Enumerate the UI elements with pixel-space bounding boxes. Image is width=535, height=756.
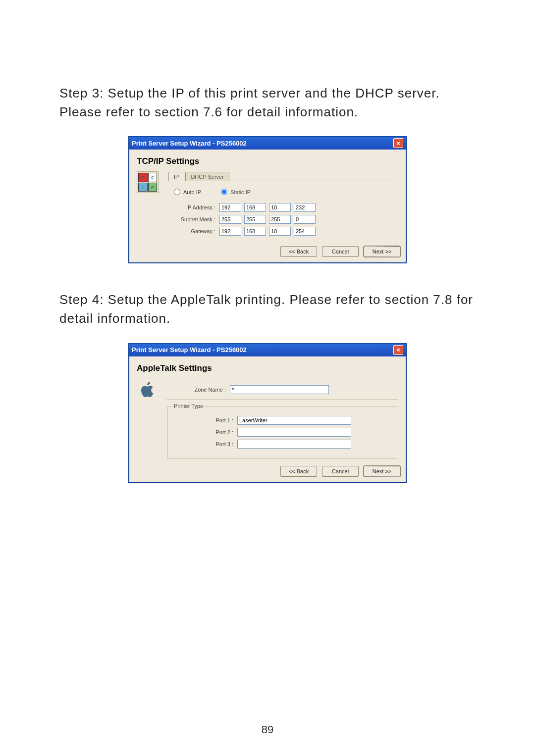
gateway-octet-2[interactable] [244,227,266,236]
apple-icon [137,378,159,400]
next-button-2[interactable]: Next >> [364,466,400,477]
page-number: 89 [0,723,535,736]
port2-label: Port 2 : [174,429,237,435]
cancel-button[interactable]: Cancel [322,246,359,257]
back-button-2[interactable]: << Back [280,466,317,477]
title-bar: Print Server Setup Wizard - PS256002 × [129,137,406,150]
radio-static-ip-input[interactable] [221,189,227,195]
ip-octet-3[interactable] [269,203,291,212]
radio-auto-ip-label: Auto IP [183,189,201,195]
ip-octet-2[interactable] [244,203,266,212]
label-gateway: Gateway : [172,228,216,234]
dialog-title: Print Server Setup Wizard - PS256002 [132,140,247,147]
tcpip-dialog: Print Server Setup Wizard - PS256002 × T… [128,136,407,263]
title-bar-2: Print Server Setup Wizard - PS256002 × [129,344,406,356]
tcpip-icon: TCIP [137,171,159,193]
gateway-octet-3[interactable] [269,227,291,236]
zone-name-input[interactable] [230,385,329,394]
radio-static-ip-label: Static IP [230,189,251,195]
printer-type-legend: Printer Type [172,403,205,409]
printer-type-group: Printer Type Port 1 : Port 2 : Port 3 : [167,406,397,459]
radio-auto-ip-input[interactable] [174,189,180,195]
radio-auto-ip[interactable]: Auto IP [174,189,201,195]
ip-octet-4[interactable] [294,203,316,212]
tab-ip[interactable]: IP [168,172,184,181]
cancel-button-2[interactable]: Cancel [322,466,359,477]
port3-input[interactable] [237,440,351,449]
close-icon[interactable]: × [393,138,403,148]
port2-input[interactable] [237,428,351,437]
label-ip-address: IP Address : [172,204,216,210]
gateway-octet-4[interactable] [294,227,316,236]
appletalk-dialog: Print Server Setup Wizard - PS256002 × A… [128,343,407,483]
radio-static-ip[interactable]: Static IP [221,189,251,195]
subnet-octet-4[interactable] [294,215,316,224]
step3-text: Step 3: Setup the IP of this print serve… [59,84,476,121]
subnet-octet-2[interactable] [244,215,266,224]
dialog-title-2: Print Server Setup Wizard - PS256002 [132,346,247,353]
port1-input[interactable] [237,416,351,425]
subnet-octet-1[interactable] [219,215,241,224]
label-subnet-mask: Subnet Mask : [172,216,216,222]
subnet-octet-3[interactable] [269,215,291,224]
appletalk-heading: AppleTalk Settings [137,363,398,373]
close-icon-2[interactable]: × [393,345,403,355]
port3-label: Port 3 : [174,441,237,447]
step4-text: Step 4: Setup the AppleTalk printing. Pl… [59,291,476,328]
tab-strip: IP DHCP Server [168,171,398,181]
ip-octet-1[interactable] [219,203,241,212]
tab-dhcp-server[interactable]: DHCP Server [185,172,229,181]
back-button[interactable]: << Back [280,246,317,257]
tcpip-heading: TCP/IP Settings [137,156,398,166]
gateway-octet-1[interactable] [219,227,241,236]
zone-name-label: Zone Name : [166,387,230,393]
next-button[interactable]: Next >> [364,246,400,257]
port1-label: Port 1 : [174,417,237,423]
